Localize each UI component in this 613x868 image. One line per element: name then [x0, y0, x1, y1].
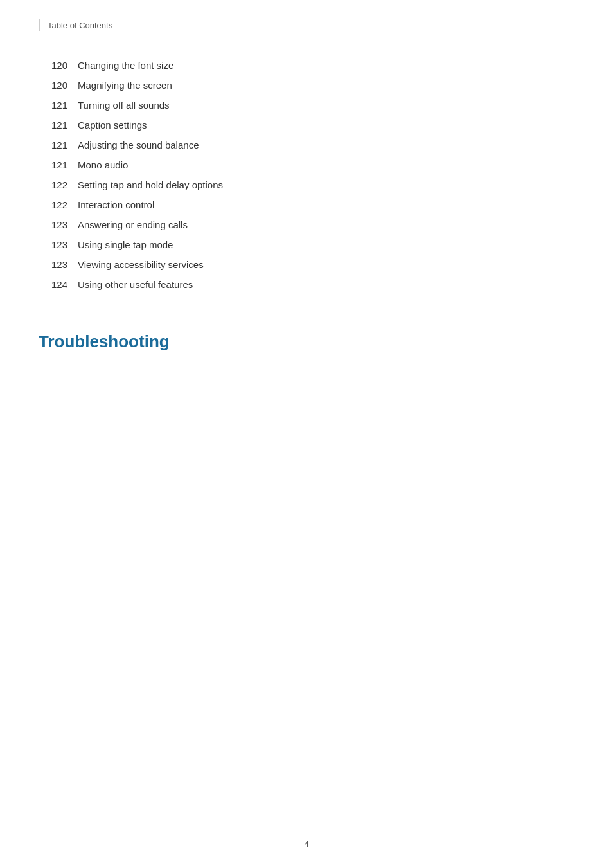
toc-item: 124Using other useful features: [39, 276, 562, 293]
toc-page-number: 121: [39, 156, 67, 174]
toc-item-title: Turning off all sounds: [78, 96, 170, 114]
toc-item: 121Adjusting the sound balance: [39, 136, 562, 154]
header-label: Table of Contents: [48, 21, 112, 30]
toc-page-number: 123: [39, 236, 67, 253]
toc-page-number: 124: [39, 276, 67, 293]
toc-item: 120Magnifying the screen: [39, 77, 562, 94]
toc-item: 123Viewing accessibility services: [39, 256, 562, 273]
toc-item: 120Changing the font size: [39, 57, 562, 74]
toc-page-number: 120: [39, 77, 67, 94]
toc-item: 121Turning off all sounds: [39, 96, 562, 114]
toc-page-number: 123: [39, 256, 67, 273]
toc-item-title: Changing the font size: [78, 57, 173, 74]
toc-item: 121Mono audio: [39, 156, 562, 174]
toc-item-title: Caption settings: [78, 116, 147, 134]
toc-item-title: Adjusting the sound balance: [78, 136, 199, 154]
toc-item-title: Answering or ending calls: [78, 216, 188, 233]
toc-item: 122Setting tap and hold delay options: [39, 176, 562, 194]
toc-page-number: 121: [39, 136, 67, 154]
toc-page-number: 120: [39, 57, 67, 74]
toc-item: 122Interaction control: [39, 196, 562, 213]
page-number: 4: [304, 839, 308, 849]
toc-item-title: Magnifying the screen: [78, 77, 172, 94]
toc-page-number: 122: [39, 196, 67, 213]
toc-page-number: 123: [39, 216, 67, 233]
toc-item-title: Interaction control: [78, 196, 154, 213]
toc-item-title: Setting tap and hold delay options: [78, 176, 223, 194]
troubleshooting-heading: Troubleshooting: [39, 332, 562, 352]
toc-page-number: 121: [39, 116, 67, 134]
toc-item: 123Answering or ending calls: [39, 216, 562, 233]
toc-item-title: Using other useful features: [78, 276, 193, 293]
toc-page-number: 121: [39, 96, 67, 114]
toc-item-title: Viewing accessibility services: [78, 256, 204, 273]
toc-list: 120Changing the font size120Magnifying t…: [39, 57, 562, 293]
page-container: Table of Contents 120Changing the font s…: [0, 0, 613, 868]
toc-item: 121Caption settings: [39, 116, 562, 134]
toc-item-title: Mono audio: [78, 156, 128, 174]
toc-page-number: 122: [39, 176, 67, 194]
toc-item: 123Using single tap mode: [39, 236, 562, 253]
toc-item-title: Using single tap mode: [78, 236, 173, 253]
header-section: Table of Contents: [39, 19, 562, 31]
